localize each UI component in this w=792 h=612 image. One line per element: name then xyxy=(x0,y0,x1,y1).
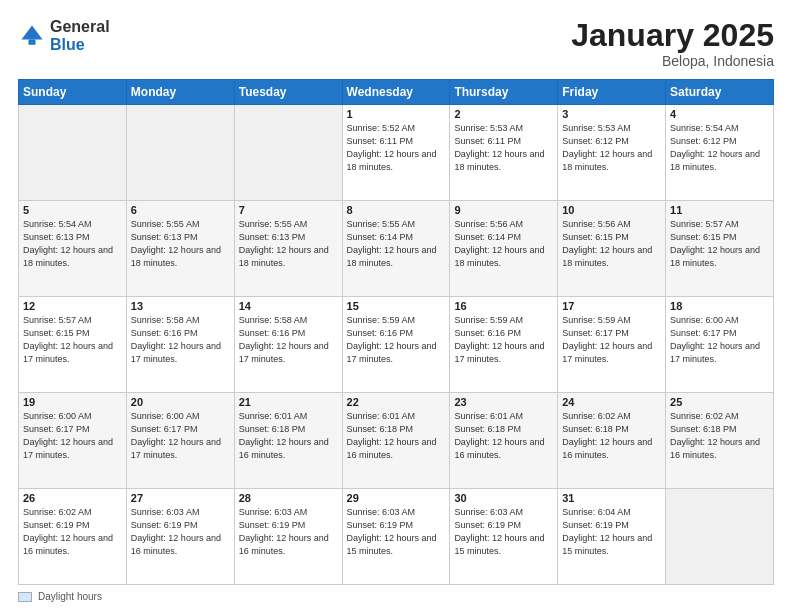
day-info: Sunrise: 6:02 AM Sunset: 6:18 PM Dayligh… xyxy=(562,410,661,462)
day-number: 25 xyxy=(670,396,769,408)
day-number: 8 xyxy=(347,204,446,216)
page: General Blue January 2025 Belopa, Indone… xyxy=(0,0,792,612)
calendar-day-header: Friday xyxy=(558,80,666,105)
day-info: Sunrise: 5:57 AM Sunset: 6:15 PM Dayligh… xyxy=(23,314,122,366)
calendar-cell: 3Sunrise: 5:53 AM Sunset: 6:12 PM Daylig… xyxy=(558,105,666,201)
logo-blue-text: Blue xyxy=(50,36,110,54)
header: General Blue January 2025 Belopa, Indone… xyxy=(18,18,774,69)
day-info: Sunrise: 6:03 AM Sunset: 6:19 PM Dayligh… xyxy=(347,506,446,558)
calendar-cell: 8Sunrise: 5:55 AM Sunset: 6:14 PM Daylig… xyxy=(342,201,450,297)
calendar-cell: 10Sunrise: 5:56 AM Sunset: 6:15 PM Dayli… xyxy=(558,201,666,297)
day-number: 1 xyxy=(347,108,446,120)
title-block: January 2025 Belopa, Indonesia xyxy=(571,18,774,69)
logo-general-text: General xyxy=(50,18,110,36)
day-number: 20 xyxy=(131,396,230,408)
logo: General Blue xyxy=(18,18,110,53)
calendar-day-header: Sunday xyxy=(19,80,127,105)
day-number: 16 xyxy=(454,300,553,312)
calendar-day-header: Thursday xyxy=(450,80,558,105)
calendar-header-row: SundayMondayTuesdayWednesdayThursdayFrid… xyxy=(19,80,774,105)
day-number: 28 xyxy=(239,492,338,504)
calendar-day-header: Saturday xyxy=(666,80,774,105)
logo-icon xyxy=(18,22,46,50)
calendar-cell: 5Sunrise: 5:54 AM Sunset: 6:13 PM Daylig… xyxy=(19,201,127,297)
calendar-cell: 24Sunrise: 6:02 AM Sunset: 6:18 PM Dayli… xyxy=(558,393,666,489)
day-number: 15 xyxy=(347,300,446,312)
day-number: 14 xyxy=(239,300,338,312)
day-info: Sunrise: 6:00 AM Sunset: 6:17 PM Dayligh… xyxy=(670,314,769,366)
calendar-cell: 21Sunrise: 6:01 AM Sunset: 6:18 PM Dayli… xyxy=(234,393,342,489)
calendar-table: SundayMondayTuesdayWednesdayThursdayFrid… xyxy=(18,79,774,585)
day-number: 17 xyxy=(562,300,661,312)
calendar-cell: 18Sunrise: 6:00 AM Sunset: 6:17 PM Dayli… xyxy=(666,297,774,393)
calendar-cell: 30Sunrise: 6:03 AM Sunset: 6:19 PM Dayli… xyxy=(450,489,558,585)
calendar-cell: 25Sunrise: 6:02 AM Sunset: 6:18 PM Dayli… xyxy=(666,393,774,489)
calendar-cell xyxy=(19,105,127,201)
day-info: Sunrise: 5:52 AM Sunset: 6:11 PM Dayligh… xyxy=(347,122,446,174)
day-number: 6 xyxy=(131,204,230,216)
day-number: 22 xyxy=(347,396,446,408)
day-info: Sunrise: 5:57 AM Sunset: 6:15 PM Dayligh… xyxy=(670,218,769,270)
calendar-cell: 15Sunrise: 5:59 AM Sunset: 6:16 PM Dayli… xyxy=(342,297,450,393)
month-title: January 2025 xyxy=(571,18,774,53)
day-number: 11 xyxy=(670,204,769,216)
calendar-cell xyxy=(666,489,774,585)
day-number: 12 xyxy=(23,300,122,312)
day-number: 5 xyxy=(23,204,122,216)
day-number: 31 xyxy=(562,492,661,504)
day-number: 21 xyxy=(239,396,338,408)
calendar-day-header: Tuesday xyxy=(234,80,342,105)
footer-label: Daylight hours xyxy=(38,591,102,602)
calendar-cell: 12Sunrise: 5:57 AM Sunset: 6:15 PM Dayli… xyxy=(19,297,127,393)
day-info: Sunrise: 6:04 AM Sunset: 6:19 PM Dayligh… xyxy=(562,506,661,558)
day-number: 10 xyxy=(562,204,661,216)
calendar-cell: 27Sunrise: 6:03 AM Sunset: 6:19 PM Dayli… xyxy=(126,489,234,585)
calendar-cell: 20Sunrise: 6:00 AM Sunset: 6:17 PM Dayli… xyxy=(126,393,234,489)
calendar-day-header: Wednesday xyxy=(342,80,450,105)
calendar-week-row: 1Sunrise: 5:52 AM Sunset: 6:11 PM Daylig… xyxy=(19,105,774,201)
calendar-cell xyxy=(126,105,234,201)
day-info: Sunrise: 5:55 AM Sunset: 6:13 PM Dayligh… xyxy=(131,218,230,270)
day-number: 3 xyxy=(562,108,661,120)
day-info: Sunrise: 6:00 AM Sunset: 6:17 PM Dayligh… xyxy=(23,410,122,462)
day-number: 19 xyxy=(23,396,122,408)
calendar-cell: 22Sunrise: 6:01 AM Sunset: 6:18 PM Dayli… xyxy=(342,393,450,489)
day-info: Sunrise: 6:03 AM Sunset: 6:19 PM Dayligh… xyxy=(239,506,338,558)
day-info: Sunrise: 5:59 AM Sunset: 6:16 PM Dayligh… xyxy=(454,314,553,366)
calendar-cell: 6Sunrise: 5:55 AM Sunset: 6:13 PM Daylig… xyxy=(126,201,234,297)
calendar-cell: 7Sunrise: 5:55 AM Sunset: 6:13 PM Daylig… xyxy=(234,201,342,297)
calendar-body: 1Sunrise: 5:52 AM Sunset: 6:11 PM Daylig… xyxy=(19,105,774,585)
calendar-cell: 14Sunrise: 5:58 AM Sunset: 6:16 PM Dayli… xyxy=(234,297,342,393)
daylight-legend-box xyxy=(18,592,32,602)
day-number: 9 xyxy=(454,204,553,216)
day-info: Sunrise: 5:54 AM Sunset: 6:12 PM Dayligh… xyxy=(670,122,769,174)
day-number: 23 xyxy=(454,396,553,408)
day-info: Sunrise: 6:03 AM Sunset: 6:19 PM Dayligh… xyxy=(454,506,553,558)
calendar-cell: 1Sunrise: 5:52 AM Sunset: 6:11 PM Daylig… xyxy=(342,105,450,201)
day-number: 18 xyxy=(670,300,769,312)
calendar-cell: 9Sunrise: 5:56 AM Sunset: 6:14 PM Daylig… xyxy=(450,201,558,297)
svg-rect-1 xyxy=(29,39,36,44)
day-number: 29 xyxy=(347,492,446,504)
calendar-cell: 31Sunrise: 6:04 AM Sunset: 6:19 PM Dayli… xyxy=(558,489,666,585)
footer: Daylight hours xyxy=(18,591,774,602)
calendar-cell: 11Sunrise: 5:57 AM Sunset: 6:15 PM Dayli… xyxy=(666,201,774,297)
day-info: Sunrise: 6:01 AM Sunset: 6:18 PM Dayligh… xyxy=(454,410,553,462)
calendar-cell: 26Sunrise: 6:02 AM Sunset: 6:19 PM Dayli… xyxy=(19,489,127,585)
day-info: Sunrise: 6:01 AM Sunset: 6:18 PM Dayligh… xyxy=(347,410,446,462)
day-number: 26 xyxy=(23,492,122,504)
day-info: Sunrise: 5:58 AM Sunset: 6:16 PM Dayligh… xyxy=(131,314,230,366)
calendar-week-row: 12Sunrise: 5:57 AM Sunset: 6:15 PM Dayli… xyxy=(19,297,774,393)
calendar-cell: 13Sunrise: 5:58 AM Sunset: 6:16 PM Dayli… xyxy=(126,297,234,393)
day-number: 24 xyxy=(562,396,661,408)
day-info: Sunrise: 5:55 AM Sunset: 6:13 PM Dayligh… xyxy=(239,218,338,270)
calendar-cell: 17Sunrise: 5:59 AM Sunset: 6:17 PM Dayli… xyxy=(558,297,666,393)
calendar-week-row: 5Sunrise: 5:54 AM Sunset: 6:13 PM Daylig… xyxy=(19,201,774,297)
day-info: Sunrise: 6:01 AM Sunset: 6:18 PM Dayligh… xyxy=(239,410,338,462)
calendar-cell xyxy=(234,105,342,201)
calendar-cell: 29Sunrise: 6:03 AM Sunset: 6:19 PM Dayli… xyxy=(342,489,450,585)
day-info: Sunrise: 5:56 AM Sunset: 6:14 PM Dayligh… xyxy=(454,218,553,270)
calendar-cell: 16Sunrise: 5:59 AM Sunset: 6:16 PM Dayli… xyxy=(450,297,558,393)
day-info: Sunrise: 6:00 AM Sunset: 6:17 PM Dayligh… xyxy=(131,410,230,462)
calendar-day-header: Monday xyxy=(126,80,234,105)
